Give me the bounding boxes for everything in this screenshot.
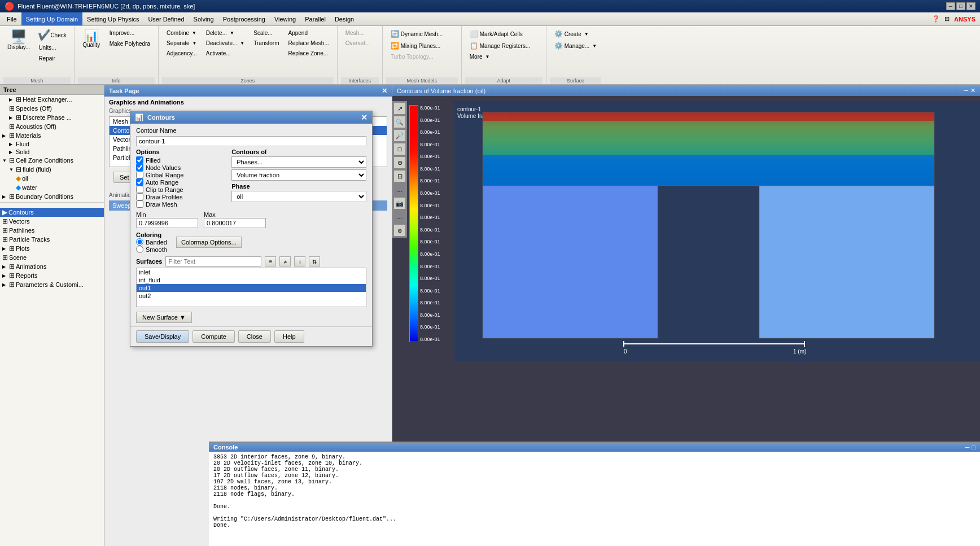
node-values-checkbox[interactable] (136, 164, 143, 171)
menu-file[interactable]: File (2, 12, 21, 25)
menu-parallel[interactable]: Parallel (300, 12, 330, 25)
tree-item-reports[interactable]: ▶ ⊞ Reports (0, 271, 104, 280)
draw-profiles-checkbox[interactable] (136, 193, 143, 200)
check-button[interactable]: ✔️ Check (35, 28, 69, 42)
separate-button[interactable]: Separate ▼ (163, 38, 200, 48)
tree-item-solid[interactable]: ▶ Solid (7, 148, 104, 156)
console-minimize-icon[interactable]: ─ (965, 444, 970, 451)
clip-to-range-checkbox[interactable] (136, 186, 143, 193)
manage-registers-button[interactable]: 📋 Manage Registers... (466, 40, 534, 51)
tree-item-species[interactable]: ⊞ Species (Off) (7, 104, 104, 113)
tree-item-fluid-fluid[interactable]: ▼ ⊟ fluid (fluid) (7, 165, 104, 174)
create-surface-button[interactable]: ⚙️ Create ▼ (551, 28, 600, 40)
viz-tool-camera[interactable]: 📷 (393, 197, 406, 209)
phase-dropdown[interactable]: oil (231, 191, 366, 202)
viz-close-icon[interactable]: ✕ (970, 87, 975, 94)
viz-tool-zoom-out[interactable]: 🔎 (393, 129, 406, 142)
tree-item-water[interactable]: ◆ water (14, 183, 104, 192)
tree-item-cell-zone[interactable]: ▼ ⊟ Cell Zone Conditions (0, 156, 104, 165)
draw-mesh-checkbox[interactable] (136, 200, 143, 208)
overset-button[interactable]: Overset... (342, 38, 373, 48)
surf-invert-btn[interactable]: ↕ (294, 256, 305, 267)
console-expand-icon[interactable]: □ (972, 444, 975, 451)
viz-minimize-icon[interactable]: ─ (964, 87, 968, 94)
menu-solving[interactable]: Solving (189, 12, 218, 25)
tree-item-animations[interactable]: ▶ ⊞ Animations (0, 262, 104, 271)
max-input[interactable] (204, 218, 266, 228)
display-button[interactable]: 🖥️ Display... (5, 28, 33, 52)
contours-of-top-dropdown[interactable]: Phases... (231, 156, 366, 168)
mark-adapt-button[interactable]: ⬜ Mark/Adapt Cells (466, 28, 534, 40)
viz-tool-select[interactable]: ↗ (393, 102, 406, 115)
improve-button[interactable]: Improve... (106, 28, 154, 38)
delete-button[interactable]: Delete... ▼ (203, 28, 248, 38)
scale-button[interactable]: Scale... (250, 28, 282, 38)
menu-setting-up-physics[interactable]: Setting Up Physics (82, 12, 143, 25)
filled-checkbox[interactable] (136, 156, 143, 164)
contour-name-input[interactable] (136, 136, 366, 146)
mixing-planes-button[interactable]: 🔁 Mixing Planes... (387, 40, 446, 51)
close-button[interactable]: ✕ (966, 2, 975, 10)
tree-item-boundary-conditions[interactable]: ▶ ⊞ Boundary Conditions (0, 192, 104, 201)
new-surface-button[interactable]: New Surface ▼ (136, 312, 192, 323)
replace-zone-button[interactable]: Replace Zone... (285, 49, 332, 58)
contours-dialog-close[interactable]: ✕ (361, 113, 368, 122)
turbo-topology-button[interactable]: Turbo Topology... (387, 52, 446, 62)
viz-tool-zoom-box[interactable]: ⊕ (393, 156, 406, 169)
tree-item-scene[interactable]: ⊞ Scene (0, 253, 104, 262)
maximize-button[interactable]: □ (956, 2, 965, 10)
repair-button[interactable]: Repair (35, 54, 69, 63)
surface-inlet[interactable]: inlet (137, 268, 366, 276)
smooth-radio[interactable] (136, 246, 143, 253)
colormap-options-button[interactable]: Colormap Options... (176, 237, 242, 248)
grid-icon[interactable]: ⊞ (944, 15, 950, 23)
close-dialog-button[interactable]: Close (238, 330, 271, 343)
min-input[interactable] (136, 218, 198, 228)
save-display-button[interactable]: Save/Display (136, 330, 189, 343)
quality-button[interactable]: 📊 Quality (79, 28, 104, 50)
surface-int-fluid[interactable]: int_fluid (137, 276, 366, 284)
auto-range-checkbox[interactable] (136, 178, 143, 186)
tree-item-parameters[interactable]: ▶ ⊞ Parameters & Customi... (0, 280, 104, 289)
minimize-button[interactable]: ─ (946, 2, 955, 10)
viz-tool-zoom-in[interactable]: 🔍 (393, 116, 406, 128)
append-button[interactable]: Append (285, 28, 332, 38)
tree-item-vectors[interactable]: ⊞ Vectors (0, 217, 104, 226)
tree-item-discrete-phase[interactable]: ▶ ⊞ Discrete Phase ... (7, 113, 104, 122)
tree-item-fluid[interactable]: ▶ Fluid (7, 140, 104, 148)
help-icon[interactable]: ❓ (932, 15, 940, 23)
tree-item-oil[interactable]: ◆ oil (14, 174, 104, 183)
dynamic-mesh-button[interactable]: 🔄 Dynamic Mesh... (387, 28, 446, 40)
compute-button[interactable]: Compute (193, 330, 235, 343)
tree-item-pathlines[interactable]: ⊞ Pathlines (0, 226, 104, 235)
deactivate-button[interactable]: Deactivate... ▼ (203, 38, 248, 48)
tree-item-materials[interactable]: ▶ ⊞ Materials (0, 131, 104, 140)
help-button[interactable]: Help (274, 330, 304, 343)
surface-out2[interactable]: out2 (137, 292, 366, 300)
menu-postprocessing[interactable]: Postprocessing (218, 12, 270, 25)
global-range-checkbox[interactable] (136, 171, 143, 178)
adjacency-button[interactable]: Adjacency... (163, 49, 200, 58)
more-button[interactable]: More ▼ (466, 52, 534, 62)
manage-surface-button[interactable]: ⚙️ Manage... ▼ (551, 40, 600, 51)
tree-item-acoustics[interactable]: ⊞ Acoustics (Off) (7, 122, 104, 131)
tree-item-plots[interactable]: ▶ ⊞ Plots (0, 244, 104, 253)
contours-of-bottom-dropdown[interactable]: Volume fraction (231, 169, 366, 181)
replace-mesh-button[interactable]: Replace Mesh... (285, 38, 332, 48)
menu-setting-up-domain[interactable]: Setting Up Domain (21, 12, 82, 25)
activate-button[interactable]: Activate... (203, 49, 248, 58)
viz-tool-fit[interactable]: ⊡ (393, 170, 406, 182)
menu-user-defined[interactable]: User Defined (143, 12, 189, 25)
surf-deselect-btn[interactable]: ≠ (279, 256, 291, 267)
combine-button[interactable]: Combine ▼ (163, 28, 200, 38)
transform-button[interactable]: Transform (250, 38, 282, 48)
surface-out1[interactable]: out1 (137, 284, 366, 292)
task-panel-close[interactable]: ✕ (382, 87, 387, 95)
viz-tool-box[interactable]: □ (393, 143, 406, 155)
surf-sort-btn[interactable]: ⇅ (309, 256, 320, 267)
surfaces-filter-input[interactable] (165, 256, 261, 267)
surf-select-all-btn[interactable]: ≡ (265, 256, 276, 267)
mesh-interface-button[interactable]: Mesh... (342, 28, 373, 38)
viz-tool-axes[interactable]: ⊛ (393, 224, 406, 237)
tree-item-heat-exchanger[interactable]: ▶ ⊞ Heat Exchanger... (7, 95, 104, 104)
